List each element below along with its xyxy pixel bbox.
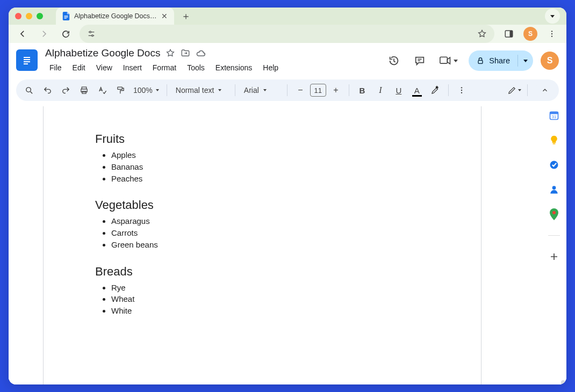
menu-tools[interactable]: Tools — [183, 61, 209, 74]
bold-icon[interactable]: B — [354, 82, 371, 99]
menu-edit[interactable]: Edit — [68, 61, 90, 74]
more-tools-icon[interactable] — [453, 82, 470, 99]
print-icon[interactable] — [75, 82, 92, 99]
spellcheck-icon[interactable] — [94, 82, 111, 99]
comments-icon[interactable] — [411, 52, 429, 70]
nav-forward-button[interactable] — [37, 26, 52, 41]
svg-rect-0 — [64, 16, 68, 16]
window-minimize-button[interactable] — [26, 13, 32, 19]
tab-close-icon[interactable]: ✕ — [161, 12, 168, 20]
scrollbar-thumb[interactable] — [561, 380, 565, 384]
zoom-select[interactable]: 100% — [130, 86, 162, 95]
site-settings-icon[interactable] — [87, 30, 96, 38]
doc-title[interactable]: Alphabetize Google Docs — [45, 47, 160, 59]
star-doc-icon[interactable] — [166, 48, 175, 58]
browser-menu-icon[interactable] — [544, 26, 560, 42]
highlight-icon[interactable] — [427, 82, 444, 99]
nav-back-button[interactable] — [15, 26, 30, 41]
style-select[interactable]: Normal text — [171, 86, 231, 95]
menu-insert[interactable]: Insert — [119, 61, 146, 74]
text-color-icon[interactable]: A — [408, 82, 426, 99]
undo-icon[interactable] — [39, 82, 56, 99]
list-item[interactable]: Peaches — [111, 173, 429, 185]
svg-rect-21 — [117, 87, 122, 89]
svg-rect-28 — [552, 143, 555, 144]
nav-reload-button[interactable] — [58, 26, 73, 41]
calendar-app-icon[interactable]: 31 — [548, 110, 560, 121]
section-heading[interactable]: Vegetables — [95, 198, 429, 212]
menu-view[interactable]: View — [92, 61, 117, 74]
font-size-input[interactable]: 11 — [310, 84, 326, 97]
svg-point-9 — [551, 35, 552, 37]
docs-logo-icon[interactable] — [16, 49, 38, 71]
meet-button[interactable] — [436, 52, 461, 70]
section-heading[interactable]: Breads — [95, 265, 429, 279]
search-menus-icon[interactable] — [20, 82, 38, 99]
svg-rect-14 — [24, 63, 28, 64]
bookmark-star-icon[interactable] — [477, 29, 487, 39]
window-close-button[interactable] — [15, 13, 21, 19]
menu-format[interactable]: Format — [148, 61, 181, 74]
list-item[interactable]: Wheat — [111, 293, 429, 305]
list-item[interactable]: Green beans — [111, 239, 429, 251]
new-tab-button[interactable]: ＋ — [178, 9, 193, 24]
underline-icon[interactable]: U — [390, 82, 407, 99]
svg-point-4 — [92, 35, 94, 37]
list-item[interactable]: Carrots — [111, 227, 429, 239]
share-dropdown[interactable] — [518, 50, 533, 71]
document-canvas[interactable]: FruitsApplesBananasPeachesVegetablesAspa… — [9, 106, 541, 384]
browser-titlebar: Alphabetize Google Docs - G ✕ ＋ — [9, 8, 566, 25]
get-addons-icon[interactable] — [548, 251, 560, 263]
redo-icon[interactable] — [57, 82, 74, 99]
paint-format-icon[interactable] — [112, 82, 129, 99]
maps-app-icon[interactable] — [548, 208, 560, 220]
account-avatar[interactable]: S — [541, 52, 559, 70]
list-item[interactable]: Bananas — [111, 161, 429, 173]
svg-point-8 — [551, 33, 552, 34]
editing-mode-icon[interactable] — [506, 82, 523, 99]
svg-text:31: 31 — [551, 114, 556, 119]
document-page[interactable]: FruitsApplesBananasPeachesVegetablesAspa… — [43, 106, 481, 384]
address-bar[interactable] — [80, 25, 494, 43]
svg-rect-26 — [550, 112, 558, 114]
menu-file[interactable]: File — [45, 61, 66, 74]
section: FruitsApplesBananasPeaches — [95, 132, 429, 184]
tasks-app-icon[interactable] — [548, 159, 560, 171]
panel-icon[interactable] — [501, 26, 517, 42]
list-item[interactable]: White — [111, 305, 429, 317]
side-separator — [548, 235, 560, 236]
menu-extensions[interactable]: Extensions — [211, 61, 256, 74]
list-item[interactable]: Apples — [111, 149, 429, 161]
collapse-toolbar-icon[interactable] — [535, 81, 555, 100]
move-doc-icon[interactable] — [181, 48, 190, 58]
tab-search-button[interactable] — [545, 9, 560, 24]
separator — [167, 84, 167, 96]
font-select[interactable]: Arial — [240, 86, 283, 95]
cloud-status-icon[interactable] — [196, 48, 206, 58]
section-heading[interactable]: Fruits — [95, 132, 429, 146]
browser-tab[interactable]: Alphabetize Google Docs - G ✕ — [56, 8, 174, 25]
font-size-decrease[interactable]: − — [292, 82, 309, 99]
zoom-value: 100% — [133, 86, 153, 95]
history-icon[interactable] — [385, 52, 403, 70]
font-size-increase[interactable]: + — [327, 82, 344, 99]
keep-app-icon[interactable] — [548, 134, 560, 146]
style-value: Normal text — [176, 86, 214, 95]
menu-help[interactable]: Help — [258, 61, 283, 74]
contacts-app-icon[interactable] — [548, 184, 560, 195]
header-right: Share S — [385, 47, 559, 71]
list-item[interactable]: Asparagus — [111, 215, 429, 227]
share-button[interactable]: Share — [469, 50, 518, 71]
side-panel: 31 — [541, 106, 566, 384]
list-item[interactable]: Rye — [111, 282, 429, 294]
docs-toolbar: 100% Normal text Arial − 11 + B I U — [16, 79, 559, 101]
section: BreadsRyeWheatWhite — [95, 265, 429, 317]
lock-icon — [476, 56, 485, 65]
window-zoom-button[interactable] — [37, 13, 43, 19]
browser-window: Alphabetize Google Docs - G ✕ ＋ S — [9, 8, 566, 384]
browser-profile-avatar[interactable]: S — [523, 27, 537, 41]
italic-icon[interactable]: I — [372, 82, 389, 99]
svg-rect-11 — [24, 57, 30, 58]
title-row: Alphabetize Google Docs — [45, 47, 283, 59]
bullet-list: AsparagusCarrotsGreen beans — [95, 215, 429, 250]
